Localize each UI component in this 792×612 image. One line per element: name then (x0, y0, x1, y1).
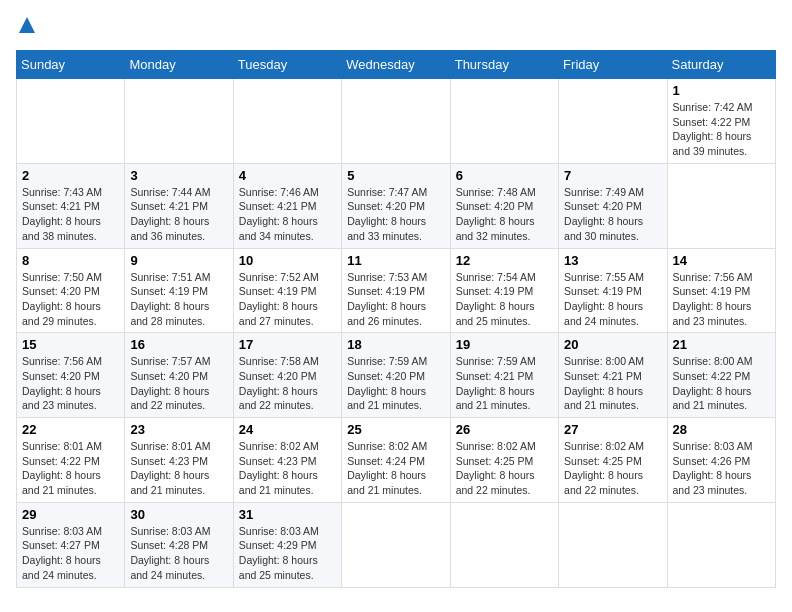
day-number: 9 (130, 253, 227, 268)
calendar-day-24: 24Sunrise: 8:02 AMSunset: 4:23 PMDayligh… (233, 418, 341, 503)
day-number: 19 (456, 337, 553, 352)
day-number: 17 (239, 337, 336, 352)
calendar-day-10: 10Sunrise: 7:52 AMSunset: 4:19 PMDayligh… (233, 248, 341, 333)
day-number: 25 (347, 422, 444, 437)
calendar-row-6: 29Sunrise: 8:03 AMSunset: 4:27 PMDayligh… (17, 502, 776, 587)
empty-cell (17, 79, 125, 164)
day-number: 27 (564, 422, 661, 437)
day-info: Sunrise: 8:01 AMSunset: 4:23 PMDaylight:… (130, 439, 227, 498)
day-number: 3 (130, 168, 227, 183)
empty-cell (342, 79, 450, 164)
day-number: 24 (239, 422, 336, 437)
day-info: Sunrise: 7:58 AMSunset: 4:20 PMDaylight:… (239, 354, 336, 413)
calendar-day-27: 27Sunrise: 8:02 AMSunset: 4:25 PMDayligh… (559, 418, 667, 503)
day-number: 29 (22, 507, 119, 522)
page-header (16, 16, 776, 38)
calendar-day-2: 2Sunrise: 7:43 AMSunset: 4:21 PMDaylight… (17, 163, 125, 248)
day-info: Sunrise: 7:55 AMSunset: 4:19 PMDaylight:… (564, 270, 661, 329)
day-info: Sunrise: 8:02 AMSunset: 4:25 PMDaylight:… (564, 439, 661, 498)
day-number: 15 (22, 337, 119, 352)
day-info: Sunrise: 8:02 AMSunset: 4:25 PMDaylight:… (456, 439, 553, 498)
empty-cell (667, 502, 775, 587)
day-number: 7 (564, 168, 661, 183)
day-info: Sunrise: 8:02 AMSunset: 4:24 PMDaylight:… (347, 439, 444, 498)
day-number: 6 (456, 168, 553, 183)
day-info: Sunrise: 7:42 AMSunset: 4:22 PMDaylight:… (673, 100, 770, 159)
day-number: 14 (673, 253, 770, 268)
day-info: Sunrise: 8:03 AMSunset: 4:29 PMDaylight:… (239, 524, 336, 583)
day-number: 26 (456, 422, 553, 437)
day-number: 22 (22, 422, 119, 437)
calendar-day-12: 12Sunrise: 7:54 AMSunset: 4:19 PMDayligh… (450, 248, 558, 333)
calendar-day-23: 23Sunrise: 8:01 AMSunset: 4:23 PMDayligh… (125, 418, 233, 503)
day-info: Sunrise: 7:47 AMSunset: 4:20 PMDaylight:… (347, 185, 444, 244)
calendar-day-6: 6Sunrise: 7:48 AMSunset: 4:20 PMDaylight… (450, 163, 558, 248)
calendar-header-wednesday: Wednesday (342, 51, 450, 79)
calendar-row-3: 8Sunrise: 7:50 AMSunset: 4:20 PMDaylight… (17, 248, 776, 333)
day-info: Sunrise: 7:52 AMSunset: 4:19 PMDaylight:… (239, 270, 336, 329)
calendar-day-17: 17Sunrise: 7:58 AMSunset: 4:20 PMDayligh… (233, 333, 341, 418)
day-number: 11 (347, 253, 444, 268)
calendar-header-thursday: Thursday (450, 51, 558, 79)
day-info: Sunrise: 7:50 AMSunset: 4:20 PMDaylight:… (22, 270, 119, 329)
day-info: Sunrise: 7:53 AMSunset: 4:19 PMDaylight:… (347, 270, 444, 329)
empty-cell (450, 502, 558, 587)
calendar-day-4: 4Sunrise: 7:46 AMSunset: 4:21 PMDaylight… (233, 163, 341, 248)
day-info: Sunrise: 8:00 AMSunset: 4:21 PMDaylight:… (564, 354, 661, 413)
day-info: Sunrise: 7:49 AMSunset: 4:20 PMDaylight:… (564, 185, 661, 244)
logo-blue-container (16, 16, 36, 38)
day-info: Sunrise: 7:56 AMSunset: 4:20 PMDaylight:… (22, 354, 119, 413)
calendar-row-4: 15Sunrise: 7:56 AMSunset: 4:20 PMDayligh… (17, 333, 776, 418)
logo (16, 16, 36, 38)
calendar-day-29: 29Sunrise: 8:03 AMSunset: 4:27 PMDayligh… (17, 502, 125, 587)
svg-marker-0 (19, 17, 35, 33)
calendar-day-7: 7Sunrise: 7:49 AMSunset: 4:20 PMDaylight… (559, 163, 667, 248)
day-number: 5 (347, 168, 444, 183)
logo-triangle-icon (18, 16, 36, 38)
calendar-row-2: 2Sunrise: 7:43 AMSunset: 4:21 PMDaylight… (17, 163, 776, 248)
calendar-day-8: 8Sunrise: 7:50 AMSunset: 4:20 PMDaylight… (17, 248, 125, 333)
day-number: 16 (130, 337, 227, 352)
calendar-header-friday: Friday (559, 51, 667, 79)
day-info: Sunrise: 7:56 AMSunset: 4:19 PMDaylight:… (673, 270, 770, 329)
calendar-day-9: 9Sunrise: 7:51 AMSunset: 4:19 PMDaylight… (125, 248, 233, 333)
day-info: Sunrise: 7:44 AMSunset: 4:21 PMDaylight:… (130, 185, 227, 244)
calendar-day-1: 1Sunrise: 7:42 AMSunset: 4:22 PMDaylight… (667, 79, 775, 164)
day-info: Sunrise: 7:46 AMSunset: 4:21 PMDaylight:… (239, 185, 336, 244)
calendar-header-tuesday: Tuesday (233, 51, 341, 79)
day-number: 28 (673, 422, 770, 437)
empty-cell (559, 502, 667, 587)
calendar-header-row: SundayMondayTuesdayWednesdayThursdayFrid… (17, 51, 776, 79)
calendar-day-18: 18Sunrise: 7:59 AMSunset: 4:20 PMDayligh… (342, 333, 450, 418)
empty-cell (559, 79, 667, 164)
day-info: Sunrise: 8:03 AMSunset: 4:26 PMDaylight:… (673, 439, 770, 498)
calendar-day-5: 5Sunrise: 7:47 AMSunset: 4:20 PMDaylight… (342, 163, 450, 248)
day-info: Sunrise: 7:48 AMSunset: 4:20 PMDaylight:… (456, 185, 553, 244)
calendar-day-16: 16Sunrise: 7:57 AMSunset: 4:20 PMDayligh… (125, 333, 233, 418)
calendar-row-1: 1Sunrise: 7:42 AMSunset: 4:22 PMDaylight… (17, 79, 776, 164)
day-number: 30 (130, 507, 227, 522)
day-number: 12 (456, 253, 553, 268)
day-number: 20 (564, 337, 661, 352)
calendar-header-sunday: Sunday (17, 51, 125, 79)
day-number: 1 (673, 83, 770, 98)
calendar-day-21: 21Sunrise: 8:00 AMSunset: 4:22 PMDayligh… (667, 333, 775, 418)
empty-cell (667, 163, 775, 248)
day-info: Sunrise: 7:43 AMSunset: 4:21 PMDaylight:… (22, 185, 119, 244)
day-number: 8 (22, 253, 119, 268)
day-info: Sunrise: 7:54 AMSunset: 4:19 PMDaylight:… (456, 270, 553, 329)
calendar-header-monday: Monday (125, 51, 233, 79)
empty-cell (233, 79, 341, 164)
calendar-day-19: 19Sunrise: 7:59 AMSunset: 4:21 PMDayligh… (450, 333, 558, 418)
day-number: 4 (239, 168, 336, 183)
day-info: Sunrise: 8:02 AMSunset: 4:23 PMDaylight:… (239, 439, 336, 498)
day-info: Sunrise: 7:57 AMSunset: 4:20 PMDaylight:… (130, 354, 227, 413)
calendar-day-22: 22Sunrise: 8:01 AMSunset: 4:22 PMDayligh… (17, 418, 125, 503)
day-info: Sunrise: 8:01 AMSunset: 4:22 PMDaylight:… (22, 439, 119, 498)
calendar-day-31: 31Sunrise: 8:03 AMSunset: 4:29 PMDayligh… (233, 502, 341, 587)
calendar-header-saturday: Saturday (667, 51, 775, 79)
empty-cell (125, 79, 233, 164)
calendar-day-15: 15Sunrise: 7:56 AMSunset: 4:20 PMDayligh… (17, 333, 125, 418)
calendar-day-20: 20Sunrise: 8:00 AMSunset: 4:21 PMDayligh… (559, 333, 667, 418)
calendar-table: SundayMondayTuesdayWednesdayThursdayFrid… (16, 50, 776, 588)
